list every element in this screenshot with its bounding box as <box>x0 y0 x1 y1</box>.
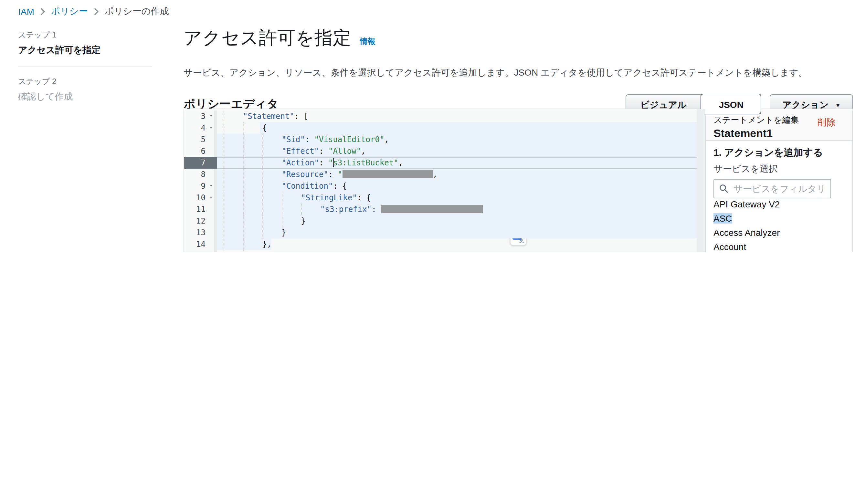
line-number: 9▾ <box>184 180 214 192</box>
fold-gutter <box>214 180 217 192</box>
code-line[interactable]: 15▾ { <box>184 250 705 252</box>
code-line[interactable]: 11 "s3:prefix": <box>184 203 705 215</box>
policy-editor-widget: 3▾ "Statement": [4▾ {5 "Sid": "VisualEdi… <box>183 109 853 252</box>
delete-statement-link[interactable]: 削除 <box>818 117 836 129</box>
line-number: 13 <box>184 227 214 238</box>
fold-gutter <box>214 227 217 238</box>
line-number: 15▾ <box>184 250 214 252</box>
statement-highlight <box>217 227 705 238</box>
step2-label: ステップ 2 <box>18 76 152 87</box>
line-number: 7 <box>184 157 214 169</box>
steps-sidebar: ステップ 1 アクセス許可を指定 ステップ 2 確認して作成 <box>18 30 152 103</box>
line-number: 14 <box>184 238 214 250</box>
fold-gutter <box>214 145 217 157</box>
fold-gutter <box>214 134 217 145</box>
redacted-value <box>342 170 433 178</box>
editor-scrollbar[interactable] <box>697 109 705 252</box>
code-line[interactable]: 5 "Sid": "VisualEditor0", <box>184 134 705 145</box>
fold-gutter <box>214 215 217 227</box>
breadcrumb-separator-icon <box>40 8 45 16</box>
json-code-editor[interactable]: 3▾ "Statement": [4▾ {5 "Sid": "VisualEdi… <box>184 109 705 252</box>
line-number: 8 <box>184 169 214 180</box>
code-line[interactable]: 4▾ { <box>184 122 705 134</box>
line-number: 5 <box>184 134 214 145</box>
line-number: 12 <box>184 215 214 227</box>
service-filter-input[interactable] <box>713 179 831 198</box>
breadcrumb-separator-icon <box>94 8 99 16</box>
service-list: API Gateway V2ASCAccess AnalyzerAccountA… <box>706 201 852 252</box>
line-number: 4▾ <box>184 122 214 134</box>
line-number: 3▾ <box>184 110 214 122</box>
page-title: アクセス許可を指定 <box>183 26 352 50</box>
line-number: 11 <box>184 203 214 215</box>
add-actions-section: 1. アクションを追加する サービスを選択 <box>706 141 852 198</box>
breadcrumb-item[interactable]: IAM <box>18 6 34 17</box>
line-number: 6 <box>184 145 214 157</box>
iam-create-policy-page: IAMポリシーポリシーの作成 ステップ 1 アクセス許可を指定 ステップ 2 確… <box>0 0 855 252</box>
breadcrumb-item[interactable]: ポリシー <box>51 6 88 17</box>
line-number: 10▾ <box>184 192 214 203</box>
json-editor-column: 3▾ "Statement": [4▾ {5 "Sid": "VisualEdi… <box>184 109 706 252</box>
breadcrumb-item: ポリシーの作成 <box>105 6 169 17</box>
service-list-item[interactable]: Account <box>706 240 852 252</box>
fold-gutter <box>214 169 217 180</box>
fold-gutter <box>214 203 217 215</box>
fold-toggle-icon[interactable]: ▾ <box>209 250 213 252</box>
search-icon <box>719 184 728 193</box>
code-line[interactable]: 12 } <box>184 215 705 227</box>
statement-highlight <box>260 122 705 134</box>
step1-label: ステップ 1 <box>18 30 152 41</box>
fold-gutter <box>214 157 217 169</box>
code-line[interactable]: 6 "Effect": "Allow", <box>184 145 705 157</box>
chevron-down-icon: ▼ <box>835 102 841 109</box>
add-actions-title: 1. アクションを追加する <box>713 147 845 159</box>
statement-side-panel: ステートメントを編集 Statement1 削除 1. アクションを追加する サ… <box>706 109 852 252</box>
fold-toggle-icon[interactable]: ▾ <box>209 192 213 203</box>
code-line[interactable]: 10▾ "StringLike": { <box>184 192 705 203</box>
fold-toggle-icon[interactable]: ▾ <box>209 110 213 122</box>
tab-json[interactable]: JSON <box>701 94 762 114</box>
code-line[interactable]: 8 "Resource": ", <box>184 169 705 180</box>
info-link[interactable]: 情報 <box>360 36 375 47</box>
select-service-label: サービスを選択 <box>713 163 845 175</box>
breadcrumb: IAMポリシーポリシーの作成 <box>18 6 169 17</box>
service-list-item[interactable]: ASC <box>706 211 852 226</box>
fold-gutter <box>214 110 217 122</box>
code-line[interactable]: 7 "Action": "s3:ListBucket", <box>184 157 705 169</box>
service-list-item[interactable]: API Gateway V2 <box>706 201 852 211</box>
fold-gutter <box>214 238 217 250</box>
step-divider <box>18 67 152 67</box>
fold-toggle-icon[interactable]: ▾ <box>209 122 213 134</box>
code-line[interactable]: 14 }, <box>184 238 705 250</box>
fold-gutter <box>214 250 217 252</box>
code-line[interactable]: 9▾ "Condition": { <box>184 180 705 192</box>
step2-title: 確認して作成 <box>18 91 152 103</box>
page-description: サービス、アクション、リソース、条件を選択してアクセス許可を追加します。JSON… <box>183 67 853 79</box>
fold-gutter <box>214 122 217 134</box>
statement-name: Statement1 <box>713 127 845 140</box>
fold-gutter <box>214 192 217 203</box>
service-list-item[interactable]: Access Analyzer <box>706 226 852 240</box>
redacted-value <box>381 205 483 213</box>
code-line[interactable]: 13 } <box>184 227 705 238</box>
fold-toggle-icon[interactable]: ▾ <box>209 180 213 192</box>
code-line[interactable]: 3▾ "Statement": [ <box>184 110 705 122</box>
step1-title[interactable]: アクセス許可を指定 <box>18 44 152 56</box>
main-content: アクセス許可を指定 情報 サービス、アクション、リソース、条件を選択してアクセス… <box>183 26 853 115</box>
